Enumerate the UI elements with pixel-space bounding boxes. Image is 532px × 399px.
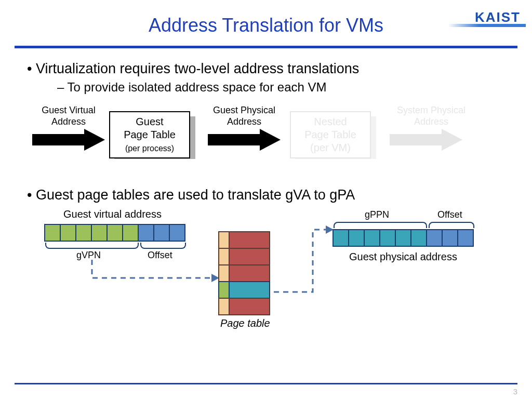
box2-l2: Page Table [304, 129, 356, 140]
kaist-logo: KAIST [475, 9, 521, 25]
box2-l3: (per VM) [310, 142, 351, 153]
svg-rect-0 [32, 134, 84, 145]
box2-l1: Nested [314, 116, 347, 127]
arrow-gpa [208, 129, 281, 151]
box-guest-pt: Guest Page Table (per process) [109, 111, 190, 158]
gva-title: Guest virtual address [63, 208, 162, 220]
arrow-spa [390, 129, 462, 151]
lbl-gppn: gPPN [365, 209, 389, 220]
label-gva-l2: Address [51, 116, 86, 127]
page-table [219, 232, 270, 315]
label-gva-l1: Guest Virtual [42, 105, 96, 115]
gpa-cells [334, 229, 474, 247]
page-number: 3 [513, 387, 517, 396]
arrow-gva [32, 129, 105, 151]
gpa-title: Guest physical address [349, 251, 457, 263]
brace-gvpn [45, 243, 139, 249]
label-gpa-l2: Address [227, 116, 261, 127]
bullet-1: Virtualization requires two-level addres… [39, 61, 505, 77]
logo-text: KAIST [475, 9, 521, 25]
svg-rect-2 [208, 134, 260, 145]
label-gva: Guest Virtual Address [32, 105, 105, 127]
brace-offset-gva [140, 243, 186, 249]
footer-rule [15, 383, 517, 384]
box1-l3: (per process) [125, 144, 174, 153]
slide-title: Address Translation for VMs [0, 0, 532, 36]
translation-diagram: Guest virtual address gVPN Offset Page t… [27, 206, 505, 341]
box-nested-pt: Nested Page Table (per VM) [290, 111, 371, 158]
svg-rect-4 [390, 134, 442, 145]
lbl-offset-gpa: Offset [437, 209, 462, 220]
brace-gppn [334, 222, 427, 228]
label-gpa-l1: Guest Physical [213, 105, 275, 115]
dashed-arrow-gvpn-to-pt [89, 257, 219, 288]
box1-l2: Page Table [124, 129, 176, 140]
gva-cells [45, 224, 185, 242]
svg-marker-3 [260, 129, 281, 151]
bullet-2: Guest page tables are used to translate … [39, 187, 505, 203]
pipeline-diagram: Guest Virtual Address Guest Page Table (… [27, 105, 505, 172]
svg-marker-5 [442, 129, 462, 151]
label-gpa: Guest Physical Address [203, 105, 286, 127]
dashed-arrow-pt-to-gpa [271, 217, 334, 295]
label-spa-l1: System Physical [397, 105, 466, 115]
slide-body: Virtualization requires two-level addres… [0, 48, 532, 341]
logo-underline [448, 24, 526, 27]
bullet-1a: To provide isolated address space for ea… [69, 80, 505, 95]
brace-offset-gpa [429, 222, 474, 228]
svg-marker-1 [84, 129, 105, 151]
label-spa: System Physical Address [384, 105, 478, 127]
page-table-label: Page table [220, 317, 270, 329]
box1-l1: Guest [136, 116, 163, 127]
label-spa-l2: Address [414, 116, 448, 127]
